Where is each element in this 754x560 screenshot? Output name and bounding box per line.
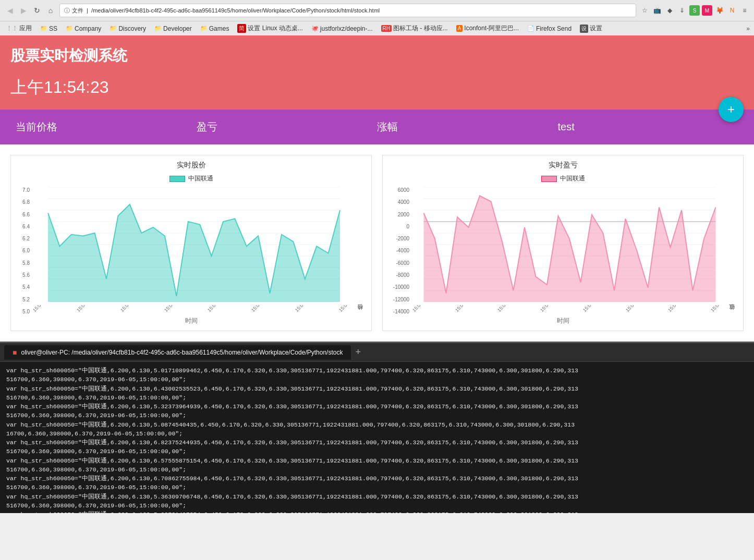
address-text: 文件 | /media/oliver/94cfb81b-c4f2-495c-ad… (72, 7, 380, 15)
toolbar-icons: ☆ 📺 ◆ ⇓ S M 🦊 N ≡ (639, 5, 750, 16)
price-chart-legend: 中国联通 (16, 174, 366, 183)
fab-button[interactable]: + (719, 97, 744, 122)
terminal-line: var hq_str_sh600050="中国联通,6.200,6.130,6.… (6, 456, 748, 465)
price-y-axis: 7.0 6.8 6.6 6.4 6.2 6.0 5.8 5.6 5.4 5.2 … (16, 187, 32, 314)
stat-profit-loss: 盈亏 (197, 120, 378, 134)
price-legend-color (169, 176, 185, 182)
terminal-line: 516700,6.360,398000,6.370,2019-06-05,15:… (6, 465, 748, 474)
price-chart-body: 7.0 6.8 6.6 6.4 6.2 6.0 5.8 5.6 5.4 5.2 … (16, 187, 366, 314)
charts-section: 实时股价 中国联通 7.0 6.8 6.6 6.4 6.2 6.0 5.8 5.… (0, 144, 754, 342)
terminal-line: var hq_str_sh600050="中国联通,6.200,6.130,5.… (6, 510, 748, 513)
plus-icon: + (727, 102, 735, 117)
svg-marker-24 (424, 196, 716, 302)
tv-icon[interactable]: 📺 (652, 5, 662, 16)
bookmark-iconfont-label: Iconfont-阿里巴巴... (464, 24, 519, 33)
app-title: 股票实时检测系统 (10, 46, 738, 66)
bookmarks-apps[interactable]: ⋮⋮ 应用 (4, 23, 34, 34)
bookmarks-bar: ⋮⋮ 应用 📁 SS 📁 Company 📁 Discovery 📁 Devel… (0, 21, 754, 35)
terminal-content: var hq_str_sh600050="中国联通,6.200,6.130,5.… (0, 362, 754, 513)
terminal-line: 516700,6.360,398000,6.370,2019-06-05,15:… (6, 393, 748, 402)
back-button[interactable]: ◀ (4, 5, 16, 16)
terminal-tab[interactable]: ■ oliver@oliver-PC: /media/oliver/94cfb8… (4, 345, 351, 360)
terminal-line: var hq_str_sh600050="中国联通,6.200,6.130,5.… (6, 402, 748, 411)
price-chart-svg (32, 187, 356, 302)
extension3-icon[interactable]: 🦊 (714, 5, 725, 16)
bookmark-settings[interactable]: 设 设置 (578, 23, 604, 34)
bookmark-firefox-send-label: Firefox Send (536, 25, 571, 32)
terminal-line: var hq_str_sh600050="中国联通,6.200,6.130,5.… (6, 492, 748, 501)
download-icon[interactable]: ⇓ (677, 5, 687, 16)
terminal-line: var hq_str_sh600050="中国联通,6.200,6.130,6.… (6, 474, 748, 483)
terminal-tab-bar: ■ oliver@oliver-PC: /media/oliver/94cfb8… (0, 343, 754, 362)
bookmark-ss[interactable]: 📁 SS (38, 24, 59, 33)
folder-icon-2: 📁 (66, 25, 73, 32)
bookmark-iconfactory-label: 图标工场 - 移动应... (393, 24, 448, 33)
bookmark-company-label: Company (75, 25, 101, 32)
terminal-line: 516700,6.360,398000,6.370,2019-06-05,15:… (6, 411, 748, 420)
new-terminal-tab-button[interactable]: + (351, 347, 365, 358)
terminal-icon: ■ (13, 348, 17, 357)
extension1-icon[interactable]: S (689, 5, 700, 16)
home-button[interactable]: ⌂ (45, 5, 56, 16)
shield-icon[interactable]: ◆ (664, 5, 675, 16)
browser-window: ◀ ▶ ↻ ⌂ ⓘ 文件 | /media/oliver/94cfb81b-c4… (0, 0, 754, 35)
profit-y-label: 收益 (728, 187, 738, 314)
profit-chart-container: 实时盈亏 中国联通 6000 4000 2000 0 -2000 -4000 -… (382, 155, 744, 331)
page-content: 股票实时检测系统 上午11:54:23 + 当前价格 盈亏 涨幅 test 实时… (0, 35, 754, 342)
bookmark-github-label: justforlxz/deepin-... (320, 25, 373, 32)
profit-chart-body: 6000 4000 2000 0 -2000 -4000 -6000 -8000… (388, 187, 738, 314)
menu-icon[interactable]: ≡ (739, 5, 750, 16)
browser-toolbar: ◀ ▶ ↻ ⌂ ⓘ 文件 | /media/oliver/94cfb81b-c4… (0, 0, 754, 21)
forward-button[interactable]: ▶ (18, 5, 29, 16)
bookmark-github[interactable]: 🐙 justforlxz/deepin-... (309, 24, 375, 33)
extension2-icon[interactable]: M (702, 5, 712, 16)
bookmark-discovery-label: Discovery (118, 25, 146, 32)
bookmark-discovery[interactable]: 📁 Discovery (107, 24, 148, 33)
profit-chart-title: 实时盈亏 (388, 161, 738, 170)
github-icon: 🐙 (311, 25, 319, 32)
terminal-line: 16700,6.360,398000,6.370,2019-06-05,15:0… (6, 429, 748, 438)
terminal-line: var hq_str_sh600050="中国联通,6.200,6.130,6.… (6, 438, 748, 447)
price-chart-container: 实时股价 中国联通 7.0 6.8 6.6 6.4 6.2 6.0 5.8 5.… (10, 155, 372, 331)
terminal-line: 516700,6.360,398000,6.370,2019-06-05,15:… (6, 501, 748, 510)
bookmark-linux[interactable]: 简 设置 Linux 动态桌... (235, 23, 305, 34)
terminal-line: var hq_str_sh600050="中国联通,6.200,6.130,5.… (6, 420, 748, 429)
profit-y-axis: 6000 4000 2000 0 -2000 -4000 -6000 -8000… (388, 187, 411, 314)
bookmark-iconfont[interactable]: A Iconfont-阿里巴巴... (454, 23, 521, 34)
nav-buttons: ◀ ▶ ↻ ⌂ (4, 5, 56, 16)
star-icon[interactable]: ☆ (639, 5, 650, 16)
header-section: 股票实时检测系统 上午11:54:23 + (0, 35, 754, 109)
time-display: 上午11:54:23 (10, 76, 738, 99)
profit-legend-color (541, 176, 557, 182)
settings-bookmark-icon: 设 (580, 25, 588, 33)
bookmark-games[interactable]: 📁 Games (198, 24, 232, 33)
bookmark-firefox-send[interactable]: 📄 Firefox Send (525, 24, 574, 33)
price-legend-label: 中国联通 (188, 174, 213, 183)
folder-icon-4: 📁 (154, 25, 162, 32)
profit-x-axis: 15:00:00 15:00:00 15:00:00 15:00:00 15:0… (411, 305, 728, 314)
extension4-icon[interactable]: N (727, 5, 737, 16)
iconfont-icon: A (456, 25, 463, 32)
address-bar[interactable]: ⓘ 文件 | /media/oliver/94cfb81b-c4f2-495c-… (59, 4, 636, 17)
profit-chart-area: 15:00:00 15:00:00 15:00:00 15:00:00 15:0… (411, 187, 728, 314)
folder-icon-3: 📁 (110, 25, 117, 32)
bookmark-developer[interactable]: 📁 Developer (152, 24, 194, 33)
bookmark-settings-label: 设置 (590, 24, 602, 33)
refresh-button[interactable]: ↻ (31, 5, 43, 16)
price-chart-area: 15:00:00 15:00:00 15:00:00 15:00:00 15:0… (32, 187, 356, 314)
bookmark-iconfactory[interactable]: RH 图标工场 - 移动应... (379, 23, 450, 34)
bookmark-linux-label: 设置 Linux 动态桌... (248, 24, 302, 33)
profit-legend-label: 中国联通 (560, 174, 585, 183)
stat-test: test (558, 121, 739, 133)
price-y-label: 价格 (356, 187, 366, 314)
bookmark-games-label: Games (209, 25, 229, 32)
folder-icon: 📁 (40, 25, 47, 32)
chinese-icon: 简 (237, 24, 246, 33)
bookmarks-overflow[interactable]: » (746, 25, 750, 32)
terminal-line: 516700,6.360,398000,6.370,2019-06-05,15:… (6, 375, 748, 384)
svg-marker-11 (48, 204, 340, 302)
profit-chart-svg (411, 187, 728, 302)
price-chart-title: 实时股价 (16, 161, 366, 170)
stats-bar: 当前价格 盈亏 涨幅 test (0, 109, 754, 144)
bookmark-company[interactable]: 📁 Company (64, 24, 103, 33)
